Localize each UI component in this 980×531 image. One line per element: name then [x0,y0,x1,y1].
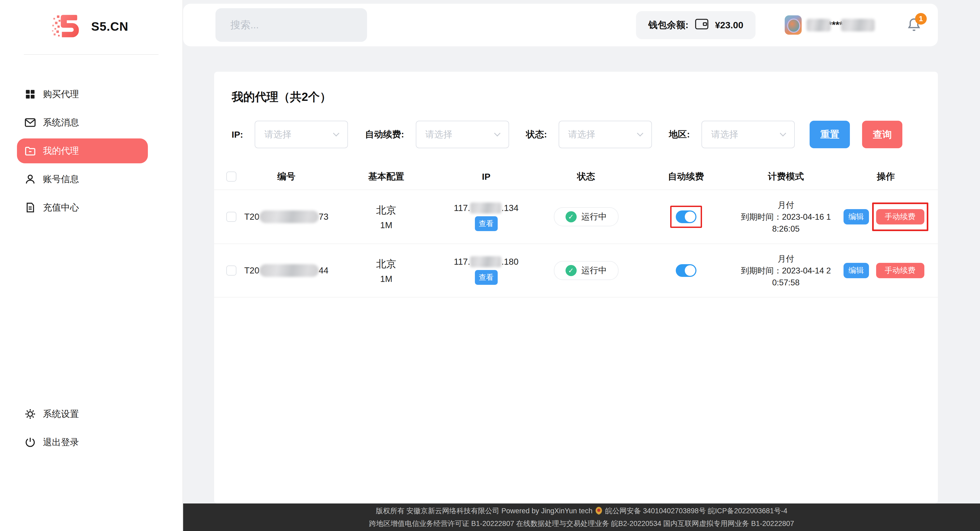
ip-select[interactable]: 请选择 [255,121,348,148]
expire-time: 到期时间：2023-04-16 18:26:05 [739,211,833,235]
chevron-down-icon [637,130,643,136]
sidebar-item-my-proxies[interactable]: 我的代理 [17,138,148,163]
annotation-box-toggle [670,206,702,228]
status-select[interactable]: 请选择 [558,121,652,148]
sidebar-item-logout[interactable]: 退出登录 [17,430,148,455]
brand-logo: S5.CN [0,0,182,40]
search-input[interactable] [215,8,367,42]
wallet-label: 钱包余额: [648,19,689,31]
auto-renew-toggle[interactable] [676,211,697,223]
edit-button[interactable]: 编辑 [843,263,869,278]
billing-cell: 月付 到期时间：2023-04-14 20:57:58 [736,253,836,288]
masked-text [259,211,319,223]
billing-plan: 月付 [778,199,794,211]
auto-renew-cell [636,259,736,282]
wallet-amount: ¥23.00 [715,20,743,30]
select-all-checkbox[interactable] [226,171,236,182]
sidebar-item-recharge-center[interactable]: 充值中心 [17,195,148,220]
avatar[interactable] [785,15,802,35]
select-placeholder: 请选择 [264,128,291,141]
config-cell: 北京 1M [336,257,436,284]
power-icon [24,436,37,449]
filter-label-region: 地区: [669,128,690,141]
status-badge: ✓ 运行中 [554,261,619,280]
table-row: T20 44 北京 1M 117. .180 查看 [214,244,938,298]
reset-button[interactable]: 重置 [810,121,850,148]
filter-bar: IP: 请选择 自动续费: 请选择 状态: 请选择 地区: 请选择 重置 查询 [232,121,927,148]
footer-line-1: 版权所有 安徽京新云网络科技有限公司 Powered by JingXinYun… [376,506,788,516]
ip-value: 117. .180 [454,256,519,267]
billing-plan: 月付 [778,253,794,265]
select-placeholder: 请选择 [568,128,595,141]
header-config: 基本配置 [336,170,436,183]
auto-renew-cell [636,206,736,228]
ip-suffix: .134 [501,203,519,213]
sidebar-item-label: 退出登录 [43,436,79,449]
region-select[interactable]: 请选择 [702,121,795,148]
check-circle-icon: ✓ [566,265,577,276]
grid-icon [24,88,37,101]
proxy-table: 编号 基本配置 IP 状态 自动续费 计费模式 操作 T20 73 北京 1M [214,163,938,298]
auto-renew-select[interactable]: 请选择 [416,121,509,148]
license-text: 跨地区增值电信业务经营许可证 B1-20222807 在线数据处理与交易处理业务… [369,519,794,528]
ops-cell: 编辑 手动续费 [836,256,936,285]
region-label: 北京 [376,257,396,271]
header-ops: 操作 [836,170,936,183]
ops-cell: 编辑 手动续费 [836,203,936,231]
sidebar-item-label: 系统消息 [43,116,79,128]
notification-badge: 1 [915,13,927,25]
sidebar-item-label: 充值中心 [43,201,79,214]
row-checkbox[interactable] [226,212,236,222]
config-cell: 北京 1M [336,204,436,230]
manual-renew-button[interactable]: 手动续费 [876,209,924,225]
copyright-text: 版权所有 安徽京新云网络科技有限公司 Powered by JingXinYun… [376,506,593,516]
expire-time: 到期时间：2023-04-14 20:57:58 [739,265,833,288]
query-button[interactable]: 查询 [862,121,902,148]
renew-wrap: 手动续费 [872,256,928,285]
auto-renew-toggle[interactable] [676,264,697,277]
billing-cell: 月付 到期时间：2023-04-16 18:26:05 [736,199,836,235]
masked-text [470,203,501,214]
ip-prefix: 117. [454,257,470,267]
sidebar-nav: 购买代理 系统消息 我的代理 账号信息 充值中心 [17,82,148,220]
sidebar-item-system-settings[interactable]: 系统设置 [17,401,148,426]
view-ip-button[interactable]: 查看 [475,216,498,231]
edit-button[interactable]: 编辑 [843,209,869,225]
toggle-wrap [670,259,702,282]
table-row: T20 73 北京 1M 117. .134 查看 [214,190,938,244]
proxy-id-prefix: T20 [244,212,259,222]
header-status: 状态 [536,170,636,183]
sidebar-item-account-info[interactable]: 账号信息 [17,167,148,192]
status-cell: ✓ 运行中 [536,261,636,280]
masked-text [841,19,875,32]
notifications-button[interactable]: 1 [907,17,921,33]
region-label: 北京 [376,204,396,217]
wallet-icon [695,18,709,32]
header-auto-renew: 自动续费 [636,170,736,183]
proxy-id-cell: T20 73 [236,211,336,223]
bandwidth-label: 1M [380,220,393,230]
sidebar-item-label: 账号信息 [43,173,79,185]
bandwidth-label: 1M [380,274,393,284]
sidebar-divider [24,54,159,55]
bell-icon [907,29,921,34]
view-ip-button[interactable]: 查看 [475,270,498,285]
username[interactable]: **** [807,19,875,32]
manual-renew-button[interactable]: 手动续费 [876,263,924,278]
sidebar-item-buy-proxy[interactable]: 购买代理 [17,82,148,107]
ip-value: 117. .134 [454,203,519,214]
user-icon [24,173,37,185]
row-checkbox[interactable] [226,265,236,276]
masked-text [470,256,501,267]
ip-prefix: 117. [454,203,470,213]
sidebar-item-system-messages[interactable]: 系统消息 [17,110,148,135]
page-title: 我的代理（共2个） [232,89,938,105]
main-area: 钱包余额: ¥23.00 **** 1 我的代理（共2个） [183,0,980,531]
chevron-down-icon [494,130,500,136]
filter-label-status: 状态: [526,128,547,141]
chevron-down-icon [333,130,339,136]
sidebar-item-label: 系统设置 [43,408,79,420]
header-id: 编号 [236,170,336,183]
header-billing: 计费模式 [736,170,836,183]
ip-cell: 117. .180 查看 [436,256,536,285]
